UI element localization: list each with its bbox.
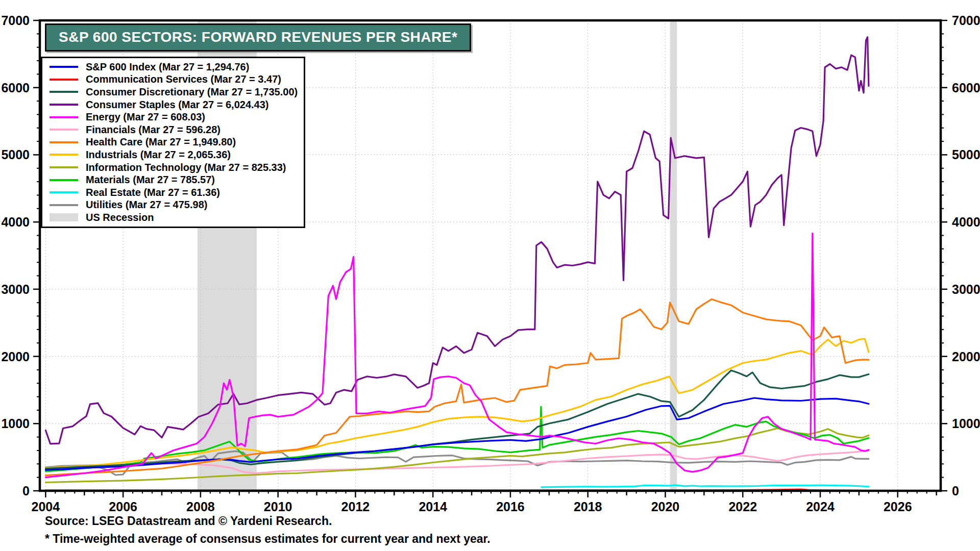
legend-item-materials: Materials (Mar 27 = 785.57) (42, 173, 304, 186)
y-axis-label-right: 2000 (952, 349, 980, 364)
legend-label: Information Technology (Mar 27 = 825.33) (86, 162, 286, 173)
legend-label: Real Estate (Mar 27 = 61.36) (86, 187, 220, 198)
legend-label: Industrials (Mar 27 = 2,065.36) (86, 149, 231, 161)
y-axis-label-left: 2000 (1, 349, 30, 364)
legend-line-swatch (50, 166, 78, 168)
y-axis-label-left: 1000 (1, 416, 30, 431)
x-axis-label: 2022 (728, 499, 757, 514)
legend-label: Financials (Mar 27 = 596.28) (86, 124, 220, 136)
legend-label: Consumer Staples (Mar 27 = 6,024.43) (86, 99, 269, 111)
legend-item-financials: Financials (Mar 27 = 596.28) (42, 123, 304, 136)
legend-label: Health Care (Mar 27 = 1,949.80) (86, 136, 236, 148)
legend-item-real-estate: Real Estate (Mar 27 = 61.36) (42, 186, 304, 199)
legend-line-swatch (50, 191, 78, 193)
y-axis-label-right: 3000 (952, 282, 980, 296)
legend-line-swatch (50, 129, 78, 131)
source-attribution: Source: LSEG Datastream and © Yardeni Re… (45, 514, 332, 528)
chart-page: 0010001000200020003000300040004000500050… (0, 0, 980, 551)
legend-recession-patch (50, 213, 78, 221)
legend-item-us-recession: US Recession (42, 211, 304, 224)
x-axis-label: 2014 (419, 499, 447, 514)
x-axis-label: 2024 (806, 499, 835, 514)
y-axis-label-right: 4000 (952, 215, 980, 229)
legend-label: US Recession (86, 212, 154, 223)
legend-line-swatch (50, 91, 78, 93)
y-axis-label-left: 0 (22, 484, 30, 498)
legend-label: S&P 600 Index (Mar 27 = 1,294.76) (86, 61, 249, 73)
y-axis-label-right: 6000 (952, 81, 980, 95)
recession-band (670, 20, 677, 491)
legend-line-swatch (50, 104, 78, 106)
legend-item-consumer-staples: Consumer Staples (Mar 27 = 6,024.43) (42, 98, 304, 111)
legend-label: Utilities (Mar 27 = 475.98) (86, 199, 207, 211)
x-axis-label: 2018 (574, 499, 602, 514)
chart-title: S&P 600 SECTORS: FORWARD REVENUES PER SH… (45, 23, 471, 52)
legend-line-swatch (50, 179, 78, 181)
series-line-real-estate (542, 485, 869, 487)
x-axis-label: 2004 (32, 499, 60, 514)
y-axis-label-left: 7000 (1, 13, 30, 28)
series-line-health-care (45, 299, 869, 475)
legend-item-industrials: Industrials (Mar 27 = 2,065.36) (42, 148, 304, 161)
legend-line-swatch (50, 154, 78, 156)
y-axis-label-left: 4000 (1, 215, 30, 229)
legend-label: Communication Services (Mar 27 = 3.47) (86, 73, 281, 85)
x-axis-label: 2010 (264, 499, 292, 514)
legend-line-swatch (50, 66, 78, 68)
legend-item-s-p-600-index: S&P 600 Index (Mar 27 = 1,294.76) (42, 61, 304, 73)
y-axis-label-right: 1000 (952, 416, 980, 431)
y-axis-label-left: 6000 (1, 81, 30, 95)
legend-item-consumer-discretionary: Consumer Discretionary (Mar 27 = 1,735.0… (42, 86, 304, 98)
x-axis-label: 2020 (651, 499, 680, 514)
legend-line-swatch (50, 204, 78, 206)
x-axis-label: 2006 (109, 499, 137, 514)
legend-line-swatch (50, 116, 78, 118)
legend-item-utilities: Utilities (Mar 27 = 475.98) (42, 199, 304, 212)
y-axis-label-right: 5000 (952, 147, 980, 162)
series-line-energy (45, 233, 869, 477)
legend-label: Consumer Discretionary (Mar 27 = 1,735.0… (86, 86, 298, 98)
y-axis-label-left: 3000 (1, 282, 30, 296)
y-axis-label-left: 5000 (1, 147, 30, 162)
series-line-consumer-discretionary (45, 370, 869, 468)
legend-line-swatch (50, 79, 78, 81)
y-axis-label-right: 0 (952, 484, 959, 498)
legend-label: Energy (Mar 27 = 608.03) (86, 111, 205, 123)
legend-item-information-technology: Information Technology (Mar 27 = 825.33) (42, 161, 304, 174)
y-axis-label-right: 7000 (952, 13, 980, 28)
x-axis-label: 2008 (186, 499, 215, 514)
x-axis-label: 2026 (884, 499, 912, 514)
footnote: * Time-weighted average of consensus est… (45, 532, 491, 546)
legend-item-energy: Energy (Mar 27 = 608.03) (42, 111, 304, 123)
legend-label: Materials (Mar 27 = 785.57) (86, 174, 215, 186)
x-axis-label: 2012 (341, 499, 370, 514)
legend-item-communication-services: Communication Services (Mar 27 = 3.47) (42, 73, 304, 86)
legend-line-swatch (50, 141, 78, 143)
legend: S&P 600 Index (Mar 27 = 1,294.76)Communi… (41, 57, 305, 228)
x-axis-label: 2016 (496, 499, 525, 514)
legend-item-health-care: Health Care (Mar 27 = 1,949.80) (42, 136, 304, 149)
